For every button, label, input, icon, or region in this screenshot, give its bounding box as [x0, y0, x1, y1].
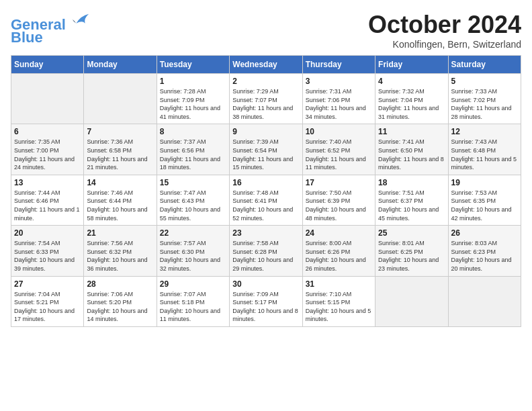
day-cell: 25Sunrise: 8:01 AM Sunset: 6:25 PM Dayli…	[375, 226, 448, 276]
week-row-1: 1Sunrise: 7:28 AM Sunset: 7:09 PM Daylig…	[11, 74, 521, 124]
day-number: 7	[87, 127, 153, 136]
day-cell: 24Sunrise: 8:00 AM Sunset: 6:26 PM Dayli…	[302, 226, 375, 276]
weekday-header-saturday: Saturday	[448, 56, 521, 74]
title-block: October 2024 Konolfingen, Bern, Switzerl…	[368, 11, 521, 50]
day-number: 22	[160, 228, 226, 238]
day-cell: 3Sunrise: 7:31 AM Sunset: 7:06 PM Daylig…	[302, 74, 375, 124]
day-number: 6	[14, 127, 81, 136]
day-cell: 20Sunrise: 7:54 AM Sunset: 6:33 PM Dayli…	[11, 226, 84, 276]
day-cell: 9Sunrise: 7:39 AM Sunset: 6:54 PM Daylig…	[230, 124, 302, 175]
day-info: Sunrise: 7:10 AM Sunset: 5:15 PM Dayligh…	[306, 290, 372, 324]
day-info: Sunrise: 7:37 AM Sunset: 6:56 PM Dayligh…	[160, 138, 226, 171]
logo-bird-icon	[71, 11, 90, 30]
day-info: Sunrise: 7:32 AM Sunset: 7:04 PM Dayligh…	[378, 87, 445, 121]
day-number: 27	[14, 279, 81, 289]
day-info: Sunrise: 7:48 AM Sunset: 6:41 PM Dayligh…	[232, 189, 299, 222]
day-number: 14	[87, 178, 153, 187]
day-info: Sunrise: 7:56 AM Sunset: 6:32 PM Dayligh…	[87, 239, 153, 273]
day-cell: 28Sunrise: 7:06 AM Sunset: 5:20 PM Dayli…	[84, 276, 157, 326]
day-info: Sunrise: 7:36 AM Sunset: 6:58 PM Dayligh…	[87, 138, 153, 171]
weekday-header-friday: Friday	[375, 56, 448, 74]
day-info: Sunrise: 7:57 AM Sunset: 6:30 PM Dayligh…	[160, 239, 226, 273]
day-number: 4	[378, 77, 445, 86]
day-number: 30	[232, 279, 299, 289]
day-number: 31	[306, 279, 372, 289]
day-info: Sunrise: 7:54 AM Sunset: 6:33 PM Dayligh…	[14, 239, 81, 273]
day-info: Sunrise: 8:00 AM Sunset: 6:26 PM Dayligh…	[306, 239, 372, 273]
day-info: Sunrise: 7:28 AM Sunset: 7:09 PM Dayligh…	[160, 87, 226, 121]
week-row-2: 6Sunrise: 7:35 AM Sunset: 7:00 PM Daylig…	[11, 124, 521, 175]
day-number: 10	[306, 127, 372, 136]
day-info: Sunrise: 7:47 AM Sunset: 6:43 PM Dayligh…	[160, 189, 226, 222]
calendar-table: SundayMondayTuesdayWednesdayThursdayFrid…	[11, 55, 521, 327]
week-row-3: 13Sunrise: 7:44 AM Sunset: 6:46 PM Dayli…	[11, 175, 521, 225]
calendar-body: 1Sunrise: 7:28 AM Sunset: 7:09 PM Daylig…	[11, 74, 521, 327]
day-cell: 14Sunrise: 7:46 AM Sunset: 6:44 PM Dayli…	[84, 175, 157, 225]
day-cell: 5Sunrise: 7:33 AM Sunset: 7:02 PM Daylig…	[448, 74, 521, 124]
day-info: Sunrise: 7:41 AM Sunset: 6:50 PM Dayligh…	[378, 138, 445, 171]
day-cell: 11Sunrise: 7:41 AM Sunset: 6:50 PM Dayli…	[375, 124, 448, 175]
weekday-header-wednesday: Wednesday	[230, 56, 302, 74]
day-number: 12	[451, 127, 518, 136]
day-number: 26	[451, 228, 518, 238]
day-cell: 1Sunrise: 7:28 AM Sunset: 7:09 PM Daylig…	[157, 74, 229, 124]
day-number: 8	[160, 127, 226, 136]
day-cell: 18Sunrise: 7:51 AM Sunset: 6:37 PM Dayli…	[375, 175, 448, 225]
page-header: General Blue October 2024 Konolfingen, B…	[11, 11, 521, 50]
day-number: 9	[232, 127, 299, 136]
day-cell: 23Sunrise: 7:58 AM Sunset: 6:28 PM Dayli…	[230, 226, 302, 276]
day-number: 20	[14, 228, 81, 238]
day-info: Sunrise: 7:39 AM Sunset: 6:54 PM Dayligh…	[232, 138, 299, 171]
day-cell: 26Sunrise: 8:03 AM Sunset: 6:23 PM Dayli…	[448, 226, 521, 276]
weekday-header-thursday: Thursday	[302, 56, 375, 74]
day-info: Sunrise: 7:33 AM Sunset: 7:02 PM Dayligh…	[451, 87, 518, 121]
day-info: Sunrise: 8:01 AM Sunset: 6:25 PM Dayligh…	[378, 239, 445, 273]
day-cell: 31Sunrise: 7:10 AM Sunset: 5:15 PM Dayli…	[302, 276, 375, 326]
day-info: Sunrise: 7:46 AM Sunset: 6:44 PM Dayligh…	[87, 189, 153, 222]
day-cell	[448, 276, 521, 326]
day-number: 11	[378, 127, 445, 136]
day-cell: 8Sunrise: 7:37 AM Sunset: 6:56 PM Daylig…	[157, 124, 229, 175]
day-info: Sunrise: 8:03 AM Sunset: 6:23 PM Dayligh…	[451, 239, 518, 273]
day-cell: 15Sunrise: 7:47 AM Sunset: 6:43 PM Dayli…	[157, 175, 229, 225]
day-number: 15	[160, 178, 226, 187]
day-info: Sunrise: 7:07 AM Sunset: 5:18 PM Dayligh…	[160, 290, 226, 324]
day-number: 16	[232, 178, 299, 187]
location: Konolfingen, Bern, Switzerland	[368, 39, 521, 50]
day-info: Sunrise: 7:06 AM Sunset: 5:20 PM Dayligh…	[87, 290, 153, 324]
day-number: 13	[14, 178, 81, 187]
month-title: October 2024	[368, 11, 521, 39]
day-info: Sunrise: 7:44 AM Sunset: 6:46 PM Dayligh…	[14, 189, 81, 222]
day-number: 3	[306, 77, 372, 86]
calendar-header: SundayMondayTuesdayWednesdayThursdayFrid…	[11, 56, 521, 74]
day-number: 19	[451, 178, 518, 187]
day-info: Sunrise: 7:51 AM Sunset: 6:37 PM Dayligh…	[378, 189, 445, 222]
week-row-4: 20Sunrise: 7:54 AM Sunset: 6:33 PM Dayli…	[11, 226, 521, 276]
weekday-header-monday: Monday	[84, 56, 157, 74]
weekday-header-row: SundayMondayTuesdayWednesdayThursdayFrid…	[11, 56, 521, 74]
day-cell	[84, 74, 157, 124]
day-info: Sunrise: 7:50 AM Sunset: 6:39 PM Dayligh…	[306, 189, 372, 222]
day-info: Sunrise: 7:09 AM Sunset: 5:17 PM Dayligh…	[232, 290, 299, 324]
day-cell: 17Sunrise: 7:50 AM Sunset: 6:39 PM Dayli…	[302, 175, 375, 225]
weekday-header-tuesday: Tuesday	[157, 56, 229, 74]
logo: General Blue	[11, 11, 90, 46]
day-cell: 21Sunrise: 7:56 AM Sunset: 6:32 PM Dayli…	[84, 226, 157, 276]
day-cell: 6Sunrise: 7:35 AM Sunset: 7:00 PM Daylig…	[11, 124, 84, 175]
week-row-5: 27Sunrise: 7:04 AM Sunset: 5:21 PM Dayli…	[11, 276, 521, 326]
day-cell: 19Sunrise: 7:53 AM Sunset: 6:35 PM Dayli…	[448, 175, 521, 225]
day-number: 17	[306, 178, 372, 187]
day-number: 24	[306, 228, 372, 238]
day-info: Sunrise: 7:40 AM Sunset: 6:52 PM Dayligh…	[306, 138, 372, 171]
day-cell: 27Sunrise: 7:04 AM Sunset: 5:21 PM Dayli…	[11, 276, 84, 326]
day-info: Sunrise: 7:29 AM Sunset: 7:07 PM Dayligh…	[232, 87, 299, 121]
day-info: Sunrise: 7:58 AM Sunset: 6:28 PM Dayligh…	[232, 239, 299, 273]
day-cell	[375, 276, 448, 326]
day-cell: 16Sunrise: 7:48 AM Sunset: 6:41 PM Dayli…	[230, 175, 302, 225]
day-number: 29	[160, 279, 226, 289]
day-cell: 7Sunrise: 7:36 AM Sunset: 6:58 PM Daylig…	[84, 124, 157, 175]
day-number: 21	[87, 228, 153, 238]
day-cell: 10Sunrise: 7:40 AM Sunset: 6:52 PM Dayli…	[302, 124, 375, 175]
day-info: Sunrise: 7:31 AM Sunset: 7:06 PM Dayligh…	[306, 87, 372, 121]
day-number: 18	[378, 178, 445, 187]
